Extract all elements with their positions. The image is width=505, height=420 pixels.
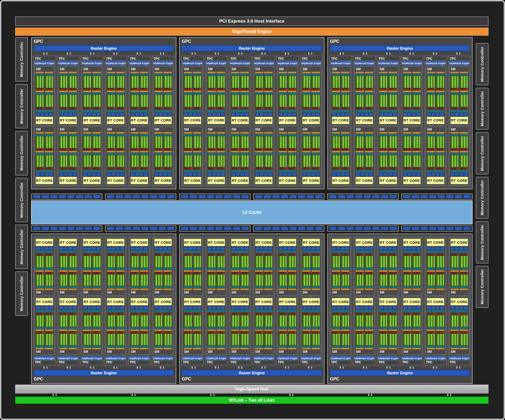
core-processing-block — [83, 254, 91, 272]
cuda-core-array — [107, 256, 115, 268]
cuda-core-array — [83, 274, 91, 286]
register-maroon-bar — [45, 149, 53, 150]
crossbar-cell — [347, 227, 354, 230]
ldst-cell — [332, 306, 336, 309]
scheduler-orange-bar — [403, 270, 411, 272]
core-processing-block — [83, 72, 91, 90]
dispatch-teal-bar — [302, 268, 311, 270]
sm-box: SMRT CORE — [106, 297, 126, 355]
rt-core: RT CORE — [255, 298, 273, 305]
register-maroon-bar — [83, 331, 91, 333]
dispatch-teal-bar — [450, 92, 459, 94]
ldst-cell — [135, 247, 139, 250]
register-maroon-bar — [379, 313, 387, 315]
scheduler-orange-bar — [45, 289, 53, 290]
scheduler-orange-bar — [217, 270, 225, 272]
cuda-core-array — [107, 76, 115, 88]
core-processing-block — [341, 132, 349, 150]
scheduler-orange-bar — [36, 151, 44, 152]
core-processing-block — [140, 272, 148, 290]
ldst-row — [131, 173, 148, 176]
sm-label: SM — [403, 67, 421, 71]
tpc-label: TPC — [331, 360, 351, 364]
rt-core: RT CORE — [154, 239, 172, 246]
tpc-label: TPC — [230, 360, 250, 364]
sm-label: SM — [154, 350, 172, 354]
cuda-core-array — [365, 155, 373, 167]
scheduler-orange-bar — [164, 151, 172, 152]
core-processing-block — [279, 254, 287, 272]
scheduler-orange-bar — [389, 151, 397, 152]
cuda-core-array — [217, 155, 225, 167]
ldst-cell — [83, 247, 87, 250]
raster-engine-bar: Raster Engine — [182, 370, 322, 376]
core-block-row — [403, 72, 421, 90]
ldst-cell — [221, 173, 225, 176]
ldst-cell — [436, 173, 440, 176]
core-processing-block — [450, 91, 459, 109]
rt-core: RT CORE — [154, 177, 172, 184]
sm-box: SMRT CORE — [206, 66, 226, 125]
tpc-label: TPC — [354, 360, 374, 364]
core-block-row — [379, 91, 397, 109]
core-processing-block — [69, 272, 77, 290]
cuda-core-array — [312, 274, 320, 286]
crossbar-cell — [207, 227, 214, 230]
ldst-cell — [416, 173, 420, 176]
polymorph-engine-bar: PolyMorph Engine — [182, 61, 203, 65]
dispatch-teal-bar — [288, 268, 296, 270]
sm-box: SMRT CORE — [106, 237, 126, 296]
core-processing-block — [302, 254, 311, 272]
scheduler-orange-bar — [427, 132, 435, 133]
core-processing-block — [45, 151, 53, 169]
cuda-core-array — [154, 95, 162, 107]
scheduler-orange-bar — [312, 132, 320, 133]
crossbar-cell — [381, 227, 388, 230]
core-processing-block — [154, 132, 162, 150]
sm-box: SMRT CORE — [402, 237, 422, 296]
register-maroon-bar — [460, 313, 468, 315]
polymorph-engine-bar: PolyMorph Engine — [354, 356, 374, 360]
cuda-core-array — [240, 315, 249, 327]
register-maroon-bar — [217, 331, 225, 333]
crossbar-cell — [198, 227, 206, 230]
register-maroon-bar — [436, 331, 444, 333]
dispatch-teal-bar — [288, 286, 296, 288]
ldst-cell — [231, 113, 235, 116]
dispatch-teal-bar — [231, 153, 239, 155]
scheduler-orange-bar — [207, 72, 216, 73]
register-maroon-bar — [264, 254, 273, 255]
ldst-row — [255, 113, 273, 116]
cuda-core-array — [389, 274, 397, 286]
down-arrow-icon: ⬇ — [365, 52, 368, 55]
ldst-cell — [311, 113, 315, 116]
scheduler-orange-bar — [131, 330, 139, 331]
arrow-slot: ⬆⬇ — [15, 393, 94, 397]
scheduler-orange-bar — [450, 270, 459, 272]
ldst-cell — [303, 247, 307, 250]
rt-core: RT CORE — [332, 117, 349, 124]
sm-box: SMRT CORE — [402, 66, 422, 125]
dispatch-teal-bar — [240, 92, 249, 94]
scheduler-orange-bar — [240, 132, 249, 133]
dispatch-teal-bar — [184, 346, 192, 348]
register-maroon-bar — [184, 107, 192, 109]
scheduler-orange-bar — [59, 151, 68, 152]
dispatch-teal-bar — [45, 268, 53, 270]
dispatch-teal-bar — [341, 268, 349, 270]
core-processing-block — [69, 313, 77, 331]
cuda-core-array — [365, 274, 373, 286]
scheduler-orange-bar — [412, 289, 421, 290]
dispatch-teal-bar — [83, 327, 91, 329]
dispatch-teal-bar — [365, 73, 373, 75]
arrow-slot: ⬆⬇ — [94, 393, 173, 397]
register-maroon-bar — [302, 272, 311, 274]
rt-core: RT CORE — [279, 177, 296, 184]
scheduler-orange-bar — [92, 132, 101, 133]
dispatch-teal-bar — [332, 73, 340, 75]
dispatch-teal-bar — [412, 268, 421, 270]
dispatch-teal-bar — [450, 134, 459, 136]
dispatch-teal-bar — [164, 346, 172, 348]
updown-arrows-icon: ⬆⬇ — [112, 366, 118, 369]
ldst-cell — [360, 247, 364, 250]
